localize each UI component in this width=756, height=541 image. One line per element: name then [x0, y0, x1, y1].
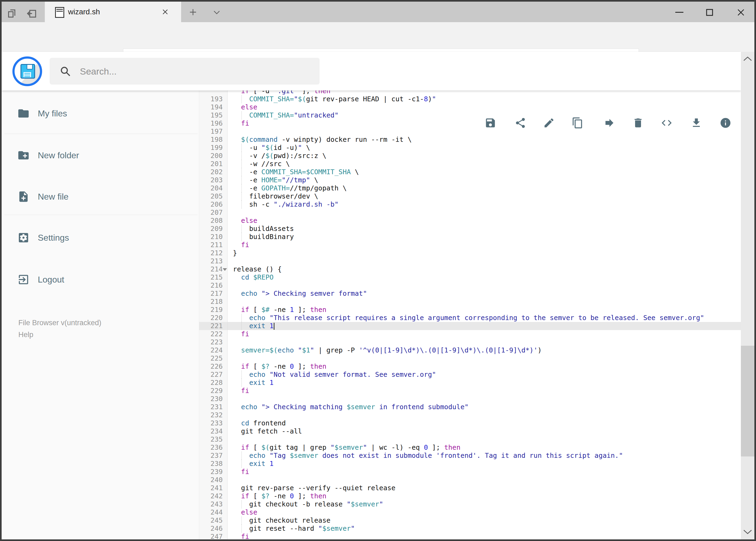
code-text[interactable]: echo "Not valid semver format. See semve… — [233, 370, 436, 379]
sidebar-item-new-folder[interactable]: New folder — [17, 148, 79, 163]
code-line[interactable]: 199 -u "$(id -u)" \ — [199, 144, 741, 152]
code-editor[interactable]: if [ -d ".git" ]; then193 COMMIT_SHA="$(… — [199, 91, 741, 539]
code-line[interactable]: 212} — [199, 249, 741, 257]
code-text[interactable]: else — [233, 217, 257, 225]
code-line[interactable]: 213 — [199, 257, 741, 265]
vertical-scrollbar[interactable] — [741, 52, 754, 539]
code-text[interactable]: git checkout release — [233, 516, 330, 525]
code-line[interactable]: 235 — [199, 435, 741, 443]
code-text[interactable]: if [ $? -ne 0 ]; then — [233, 362, 326, 370]
code-line[interactable]: 224 semver=$(echo "$1" | grep -P '^v(0|[… — [199, 346, 741, 354]
code-text[interactable]: cd frontend — [233, 419, 286, 427]
code-line[interactable]: 226 if [ $? -ne 0 ]; then — [199, 362, 741, 370]
code-text[interactable]: git fetch --all — [233, 427, 302, 435]
code-line[interactable]: 239 fi — [199, 468, 741, 476]
sidebar-item-logout[interactable]: Logout — [17, 272, 64, 287]
code-text[interactable]: fi — [233, 330, 249, 338]
code-line[interactable]: 236 if [ $(git tag | grep "$semver" | wc… — [199, 443, 741, 452]
info-button[interactable] — [720, 117, 731, 129]
code-line[interactable]: 234 git fetch --all — [199, 427, 741, 435]
code-line[interactable]: 203 -e HOME="//tmp" \ — [199, 176, 741, 184]
code-text[interactable]: fi — [233, 468, 249, 476]
fold-marker-icon[interactable] — [223, 268, 227, 271]
code-text[interactable]: if [ $# -ne 1 ]; then — [233, 306, 326, 314]
scroll-down-icon[interactable] — [743, 529, 752, 536]
search-input[interactable] — [79, 58, 313, 85]
code-text[interactable]: fi — [233, 533, 249, 539]
code-line[interactable]: 232 — [199, 411, 741, 419]
code-text[interactable]: git reset --hard "$semver" — [233, 525, 355, 533]
code-text[interactable]: -e GOPATH=//tmp/gopath \ — [233, 184, 347, 192]
code-text[interactable]: release () { — [233, 265, 282, 273]
code-text[interactable]: filebrowser/dev \ — [233, 192, 318, 201]
code-text[interactable]: COMMIT_SHA="$(git rev-parse HEAD | cut -… — [233, 95, 436, 103]
code-text[interactable]: -v /$(pwd):/src:z \ — [233, 152, 326, 160]
code-text[interactable]: exit 1 — [233, 460, 274, 468]
code-line[interactable]: 195 COMMIT_SHA="untracked" — [199, 111, 741, 119]
scroll-up-icon[interactable] — [743, 56, 752, 62]
code-line[interactable]: 233 cd frontend — [199, 419, 741, 427]
move-button[interactable] — [604, 117, 616, 129]
code-text[interactable]: echo "> Checking matching $semver in fro… — [233, 403, 469, 411]
code-line[interactable]: 215 cd $REPO — [199, 273, 741, 281]
code-line[interactable]: 241 git rev-parse --verify --quiet relea… — [199, 484, 741, 492]
code-text[interactable]: git rev-parse --verify --quiet release — [233, 484, 395, 492]
code-text[interactable]: exit 1 — [233, 379, 274, 387]
code-line[interactable]: 200 -v /$(pwd):/src:z \ — [199, 152, 741, 160]
share-file-button[interactable] — [514, 117, 526, 129]
code-line[interactable]: 220 echo "This release script requires a… — [199, 314, 741, 322]
code-line[interactable]: 201 -w //src \ — [199, 160, 741, 168]
code-text[interactable]: echo "This release script requires a sin… — [233, 314, 704, 322]
code-line[interactable]: 244 else — [199, 508, 741, 516]
code-text[interactable]: sh -c "./wizard.sh -b" — [233, 201, 339, 209]
file-browser-logo[interactable] — [12, 56, 42, 86]
code-lines[interactable]: if [ -d ".git" ]; then193 COMMIT_SHA="$(… — [199, 91, 741, 539]
maximize-button[interactable] — [705, 9, 714, 16]
sidebar-item-settings[interactable]: Settings — [17, 230, 69, 245]
tab-preview-icon[interactable] — [6, 8, 18, 19]
tab-close-icon[interactable] — [161, 8, 169, 16]
code-line[interactable]: 197 — [199, 128, 741, 136]
code-line[interactable]: 208 else — [199, 217, 741, 225]
code-line[interactable]: 210 buildBinary — [199, 233, 741, 241]
code-line[interactable]: 204 -e GOPATH=//tmp/gopath \ — [199, 184, 741, 192]
copy-button[interactable] — [572, 117, 584, 129]
code-text[interactable]: -e COMMIT_SHA=$COMMIT_SHA \ — [233, 168, 359, 176]
sidebar-item-my-files[interactable]: My files — [17, 106, 67, 121]
code-text[interactable]: -w //src \ — [233, 160, 290, 168]
code-text[interactable]: echo "> Checking semver format" — [233, 289, 367, 297]
code-text[interactable]: cd $REPO — [233, 273, 274, 281]
code-line[interactable]: 194 else — [199, 103, 741, 111]
code-line[interactable]: 229 fi — [199, 387, 741, 395]
code-text[interactable]: else — [233, 508, 257, 516]
code-line[interactable]: 227 echo "Not valid semver format. See s… — [199, 370, 741, 379]
code-line[interactable]: 243 git checkout -b release "$semver" — [199, 500, 741, 508]
code-line[interactable]: 247 fi — [199, 533, 741, 539]
code-button[interactable] — [661, 117, 672, 129]
code-text[interactable]: $(command -v winpty) docker run --rm -it… — [233, 136, 411, 144]
code-line[interactable]: 207 — [199, 209, 741, 217]
search-box[interactable] — [50, 58, 320, 85]
save-button[interactable] — [484, 117, 496, 129]
code-line[interactable]: 206 sh -c "./wizard.sh -b" — [199, 201, 741, 209]
new-tab-icon[interactable] — [188, 8, 197, 17]
code-text[interactable]: exit 1 — [233, 322, 275, 330]
minimize-button[interactable] — [675, 9, 684, 16]
code-line[interactable]: 202 -e COMMIT_SHA=$COMMIT_SHA \ — [199, 168, 741, 176]
code-text[interactable]: -u "$(id -u)" \ — [233, 144, 310, 152]
code-text[interactable]: if [ -d ".git" ]; then — [233, 91, 330, 95]
code-text[interactable]: if [ $? -ne 0 ]; then — [233, 492, 326, 500]
tab-menu-icon[interactable] — [213, 9, 221, 16]
code-line[interactable]: 218 — [199, 297, 741, 306]
code-line[interactable]: 217 echo "> Checking semver format" — [199, 289, 741, 297]
code-line[interactable]: 231 echo "> Checking matching $semver in… — [199, 403, 741, 411]
code-line[interactable]: 193 COMMIT_SHA="$(git rev-parse HEAD | c… — [199, 95, 741, 103]
code-text[interactable]: echo "Tag $semver does not exist in subm… — [233, 452, 623, 460]
code-text[interactable]: buildAssets — [233, 225, 294, 233]
code-text[interactable]: else — [233, 103, 257, 111]
code-line[interactable]: 214release () { — [199, 265, 741, 273]
help-link[interactable]: Help — [18, 329, 102, 340]
code-line[interactable]: 240 — [199, 476, 741, 484]
delete-button[interactable] — [632, 117, 644, 129]
code-text[interactable]: COMMIT_SHA="untracked" — [233, 111, 339, 119]
